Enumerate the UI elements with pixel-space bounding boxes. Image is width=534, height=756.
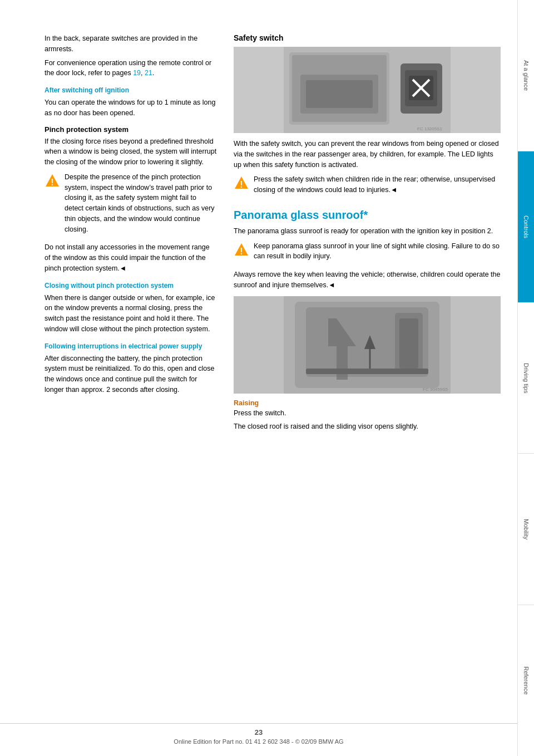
svg-text:FC 13205S1: FC 13205S1: [417, 126, 442, 131]
svg-text:!: !: [240, 180, 243, 189]
safety-warning-triangle-icon: !: [234, 175, 249, 191]
safety-switch-image: FC 13205S1: [234, 47, 501, 133]
panorama-warning-box: ! Keep panorama glass sunroof in your li…: [234, 241, 501, 266]
panorama-svg: FC 30459S5: [234, 296, 501, 394]
raising-text1: Press the switch.: [234, 408, 501, 419]
svg-rect-25: [306, 369, 428, 374]
raising-text2: The closed roof is raised and the slidin…: [234, 421, 501, 432]
raising-heading: Raising: [234, 399, 501, 407]
svg-text:!: !: [51, 178, 53, 187]
footer-text: Online Edition for Part no. 01 41 2 602 …: [0, 738, 517, 745]
svg-text:FC 30459S5: FC 30459S5: [423, 387, 448, 392]
panorama-text1: The panorama glass sunroof is ready for …: [234, 226, 501, 237]
main-content: In the back, separate switches are provi…: [0, 0, 517, 756]
intro-text: In the back, separate switches are provi…: [44, 33, 217, 55]
pinch-text2: Do not install any accessories in the mo…: [44, 242, 217, 273]
panorama-heading: Panorama glass sunroof*: [234, 209, 501, 222]
closing-without-heading: Closing without pinch protection system: [44, 282, 217, 289]
sidebar-label-mobility: Mobility: [523, 519, 530, 539]
panorama-sunroof-image: FC 30459S5: [234, 296, 501, 394]
warning-triangle-icon: !: [44, 173, 60, 189]
sidebar: At a glance Controls Driving tips Mobili…: [517, 0, 534, 756]
svg-text:!: !: [240, 247, 243, 256]
sidebar-item-controls[interactable]: Controls: [518, 151, 534, 303]
after-switching-heading: After switching off ignition: [44, 86, 217, 94]
page-ref-21[interactable]: 21: [145, 69, 152, 77]
following-interruptions-heading: Following interruptions in electrical po…: [44, 342, 217, 350]
sidebar-item-mobility[interactable]: Mobility: [518, 454, 534, 605]
safety-switch-text1: With the safety switch, you can prevent …: [234, 139, 501, 170]
page-footer: 23 Online Edition for Part no. 01 41 2 6…: [0, 723, 517, 745]
safety-switch-svg: FC 13205S1: [234, 47, 501, 133]
sidebar-label-driving-tips: Driving tips: [523, 363, 530, 393]
page-ref-19[interactable]: 19: [133, 69, 141, 77]
sidebar-label-reference: Reference: [523, 666, 530, 695]
sidebar-item-reference[interactable]: Reference: [518, 605, 534, 756]
following-interruptions-text: After disconnecting the battery, the pin…: [44, 354, 217, 395]
svg-rect-24: [399, 318, 418, 369]
pinch-warning-box: ! Despite the presence of the pinch prot…: [44, 172, 217, 238]
after-switching-text: You can operate the windows for up to 1 …: [44, 97, 217, 119]
page-container: In the back, separate switches are provi…: [0, 0, 534, 756]
safety-warning-box: ! Press the safety switch when children …: [234, 174, 501, 199]
pinch-warning-text: Despite the presence of the pinch protec…: [65, 172, 217, 235]
sidebar-item-at-a-glance[interactable]: At a glance: [518, 0, 534, 151]
page-number: 23: [0, 728, 517, 737]
svg-rect-6: [306, 80, 373, 108]
safety-warning-text: Press the safety switch when children ri…: [254, 174, 501, 195]
closing-without-text: When there is danger outside or when, fo…: [44, 293, 217, 335]
pinch-protection-text1: If the closing force rises beyond a pred…: [44, 136, 217, 168]
left-column: In the back, separate switches are provi…: [44, 33, 217, 723]
panorama-warning-text: Keep panorama glass sunroof in your line…: [254, 241, 501, 262]
sidebar-item-driving-tips[interactable]: Driving tips: [518, 303, 534, 454]
sidebar-label-at-a-glance: At a glance: [523, 60, 530, 91]
sidebar-label-controls: Controls: [523, 215, 530, 238]
panorama-text2: Always remove the key when leaving the v…: [234, 269, 501, 291]
pinch-protection-heading: Pinch protection system: [44, 125, 217, 134]
convenience-text: For convenience operation using the remo…: [44, 58, 217, 79]
right-column: Safety switch: [234, 33, 501, 723]
safety-switch-heading: Safety switch: [234, 33, 501, 42]
panorama-warning-triangle-icon: !: [234, 242, 249, 258]
